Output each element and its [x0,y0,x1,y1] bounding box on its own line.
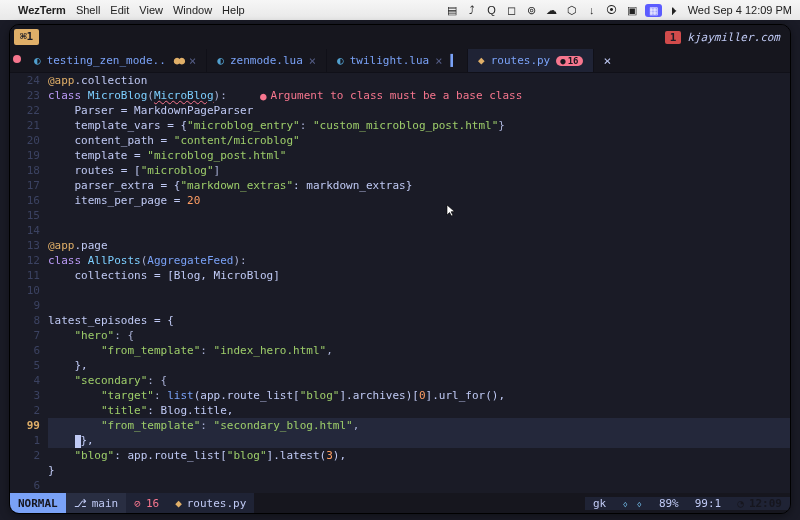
wezterm-tab-bar: ⌘1 1kjaymiller.com [10,25,790,49]
app-name[interactable]: WezTerm [18,4,66,16]
tab-routes[interactable]: ◆ routes.py ●16 [468,49,594,72]
tab-zenmode[interactable]: ◐ zenmode.lua × [207,49,327,72]
line-gutter: 242322 212019 181716 151413 121110 987 6… [10,73,48,493]
python-file-icon: ◆ [478,54,485,67]
menu-extra-icon[interactable]: ▣ [625,4,639,17]
menu-extra-icon[interactable]: ↓ [585,4,599,16]
macos-menubar: WezTerm Shell Edit View Window Help ▤ ⤴ … [0,0,800,20]
tab-label: routes.py [491,54,551,67]
tab-error-count: ●16 [556,56,582,66]
menu-extra-icon[interactable]: ⏵ [668,4,682,16]
menu-window[interactable]: Window [173,4,212,16]
menu-view[interactable]: View [139,4,163,16]
code-editor[interactable]: 242322 212019 181716 151413 121110 987 6… [10,73,790,493]
tab-label: testing_zen_mode.. [47,54,166,67]
menu-help[interactable]: Help [222,4,245,16]
unsaved-indicator-icon: ●● [174,54,183,67]
git-branch[interactable]: ⎇ main [66,493,127,513]
tab-close-icon[interactable]: × [189,54,196,68]
tab-index-badge[interactable]: ⌘1 [14,29,39,45]
tab-domain-index: 1 [665,31,682,44]
menu-extra-icon[interactable]: ⤴ [465,4,479,16]
menu-extra-icon[interactable]: ⊚ [525,4,539,17]
tab-close-active-icon[interactable]: × [594,53,622,68]
status-line: NORMAL ⎇ main ⊘ 16 ◆ routes.py gk ⬨ ⬨ 89… [10,493,790,513]
menu-extra-icon[interactable]: ☁ [545,4,559,17]
lua-file-icon: ◐ [34,54,41,67]
vim-mode: NORMAL [10,493,66,513]
diagnostic-message: Argument to class must be a base class [271,89,523,102]
breakpoint-icon[interactable] [13,55,21,63]
error-icon: ⊘ [134,497,141,510]
menu-extra-icon[interactable]: Q [485,4,499,16]
menu-edit[interactable]: Edit [110,4,129,16]
menu-extra-pill[interactable]: ▦ [645,4,662,17]
tab-label: zenmode.lua [230,54,303,67]
status-percent: 89% [651,497,687,510]
menu-shell[interactable]: Shell [76,4,100,16]
status-filename[interactable]: ◆ routes.py [167,493,254,513]
menu-extra-icon[interactable]: ⬡ [565,4,579,17]
tab-active-bar-icon: ▍ [450,54,457,67]
menubar-status-area: ▤ ⤴ Q ◻ ⊚ ☁ ⬡ ↓ ⦿ ▣ ▦ ⏵ Wed Sep 4 12:09 … [445,4,792,17]
branch-icon: ⎇ [74,497,87,510]
diagnostic-error-icon: ● [260,90,267,103]
status-gk: gk [585,497,614,510]
lua-file-icon: ◐ [217,54,224,67]
status-clock: ◔ 12:09 [729,497,790,510]
tab-testing-zen-mode[interactable]: ◐ testing_zen_mode.. ●● × [24,49,207,72]
status-position: 99:1 [687,497,730,510]
tab-domain-label: 1kjaymiller.com [665,31,790,44]
menu-extra-icon[interactable]: ▤ [445,4,459,17]
code-area[interactable]: @app.collection class MicroBlog(MicroBlo… [48,73,790,493]
editor-tabline: ◐ testing_zen_mode.. ●● × ◐ zenmode.lua … [10,49,790,73]
tab-close-icon[interactable]: × [435,54,442,68]
menu-extra-icon[interactable]: ◻ [505,4,519,17]
lua-file-icon: ◐ [337,54,344,67]
menubar-clock[interactable]: Wed Sep 4 12:09 PM [688,4,792,16]
tab-label: twilight.lua [350,54,429,67]
diagnostics-count[interactable]: ⊘ 16 [126,493,167,513]
clock-icon: ◔ [737,497,744,510]
status-kite: ⬨ ⬨ [614,497,651,510]
tab-twilight[interactable]: ◐ twilight.lua × ▍ [327,49,468,72]
menu-extra-icon[interactable]: ⦿ [605,4,619,16]
tab-close-icon[interactable]: × [309,54,316,68]
terminal-window: ⌘1 1kjaymiller.com ◐ testing_zen_mode.. … [9,24,791,514]
cursor-line: }, [48,433,790,448]
python-file-icon: ◆ [175,497,182,510]
